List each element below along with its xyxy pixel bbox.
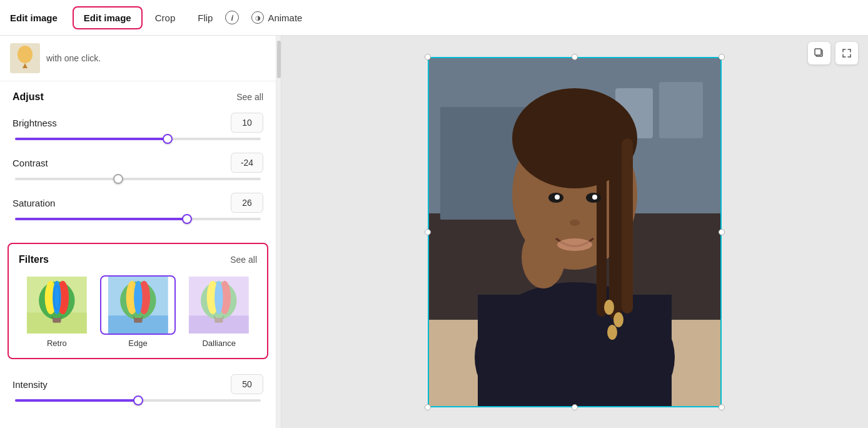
contrast-thumb[interactable] xyxy=(113,174,123,184)
saturation-control: Saturation 26 xyxy=(13,193,263,220)
crop-button[interactable]: Crop xyxy=(145,8,186,28)
canvas-area xyxy=(281,36,868,428)
left-panel: with one click. Adjust See all Brightnes… xyxy=(0,36,281,428)
svg-rect-45 xyxy=(659,82,703,138)
svg-rect-31 xyxy=(815,49,821,55)
saturation-fill xyxy=(15,218,187,220)
handle-mid-top[interactable] xyxy=(572,54,578,60)
duplicate-button[interactable] xyxy=(808,42,830,64)
svg-point-56 xyxy=(607,325,617,340)
svg-rect-52 xyxy=(622,138,633,313)
filters-header: Filters See all xyxy=(19,254,257,265)
svg-point-1 xyxy=(18,46,33,63)
svg-point-60 xyxy=(555,195,560,200)
contrast-slider[interactable] xyxy=(15,178,261,180)
adjust-section: Adjust See all Brightness 10 xyxy=(0,81,276,243)
svg-rect-27 xyxy=(214,318,223,323)
svg-point-61 xyxy=(592,195,597,200)
image-thumbnail xyxy=(10,43,40,73)
contrast-fill xyxy=(15,178,118,180)
saturation-label: Saturation xyxy=(13,198,55,208)
filter-edge-label: Edge xyxy=(128,339,147,348)
filter-retro-thumb xyxy=(19,275,95,335)
intensity-fill xyxy=(15,399,138,402)
handle-bottom-left[interactable] xyxy=(425,404,431,410)
handle-mid-left[interactable] xyxy=(425,229,431,235)
animate-button[interactable]: ◑ Animate xyxy=(241,6,312,29)
filter-retro-label: Retro xyxy=(47,339,67,348)
brightness-thumb[interactable] xyxy=(163,134,173,144)
svg-point-54 xyxy=(604,300,614,315)
svg-rect-9 xyxy=(53,318,61,323)
brightness-label: Brightness xyxy=(13,118,57,128)
handle-bottom-right[interactable] xyxy=(719,404,725,410)
handle-top-right[interactable] xyxy=(719,54,725,60)
intensity-slider[interactable] xyxy=(15,399,261,402)
contrast-label: Contrast xyxy=(13,158,48,168)
filter-retro[interactable]: Retro xyxy=(19,275,95,348)
svg-point-26 xyxy=(214,281,223,315)
filter-dalliance-label: Dalliance xyxy=(202,339,235,348)
top-bar: Edit image Edit image Crop Flip i ◑ Anim… xyxy=(0,0,868,36)
main-layout: with one click. Adjust See all Brightnes… xyxy=(0,36,868,428)
intensity-label: Intensity xyxy=(13,379,48,390)
person-photo xyxy=(428,57,722,407)
flip-button[interactable]: Flip xyxy=(188,8,223,28)
saturation-slider[interactable] xyxy=(15,218,261,220)
brightness-value[interactable]: 10 xyxy=(231,113,263,133)
expand-icon xyxy=(841,48,852,59)
brightness-slider[interactable] xyxy=(15,138,261,140)
filter-retro-image xyxy=(20,277,94,334)
filter-edge-image xyxy=(101,277,175,334)
svg-point-17 xyxy=(134,281,142,315)
svg-point-55 xyxy=(613,312,623,327)
panel-title: Edit image xyxy=(10,13,58,23)
panel-scroll[interactable]: with one click. Adjust See all Brightnes… xyxy=(0,36,276,428)
svg-rect-53 xyxy=(597,135,607,317)
contrast-value[interactable]: -24 xyxy=(231,153,263,173)
svg-point-62 xyxy=(570,220,580,226)
adjust-title: Adjust xyxy=(13,91,44,103)
filter-dalliance[interactable]: Dalliance xyxy=(181,275,257,348)
filter-dalliance-image xyxy=(182,277,256,334)
saturation-thumb[interactable] xyxy=(182,214,192,224)
svg-rect-48 xyxy=(478,295,672,407)
svg-rect-18 xyxy=(134,318,142,323)
brightness-control: Brightness 10 xyxy=(13,113,263,140)
intensity-thumb[interactable] xyxy=(133,395,143,405)
panel-scrollbar[interactable] xyxy=(276,36,281,428)
thumbnail-image xyxy=(10,43,40,73)
top-section: with one click. xyxy=(0,36,276,81)
adjust-header: Adjust See all xyxy=(13,91,263,103)
contrast-control: Contrast -24 xyxy=(13,153,263,180)
filters-title: Filters xyxy=(19,254,49,265)
filter-dalliance-thumb xyxy=(181,275,257,335)
handle-mid-right[interactable] xyxy=(719,229,725,235)
filter-edge-thumb xyxy=(100,275,176,335)
adjust-see-all-button[interactable]: See all xyxy=(236,92,263,102)
top-section-text: with one click. xyxy=(46,53,101,63)
handle-mid-bottom[interactable] xyxy=(572,404,578,410)
duplicate-icon xyxy=(814,48,825,59)
animate-icon: ◑ xyxy=(251,11,264,24)
scrollbar-thumb[interactable] xyxy=(277,41,281,78)
svg-point-57 xyxy=(522,226,565,288)
saturation-value[interactable]: 26 xyxy=(231,193,263,213)
svg-rect-51 xyxy=(609,132,622,320)
edit-image-button[interactable]: Edit image xyxy=(73,6,143,29)
filters-see-all-button[interactable]: See all xyxy=(230,255,257,265)
canvas-controls xyxy=(808,42,858,64)
filters-section: Filters See all xyxy=(8,243,268,359)
canvas-image xyxy=(428,57,722,407)
expand-button[interactable] xyxy=(835,42,858,64)
brightness-fill xyxy=(15,138,168,140)
filters-grid: Retro xyxy=(19,275,257,348)
handle-top-left[interactable] xyxy=(425,54,431,60)
image-container[interactable] xyxy=(428,57,722,407)
intensity-section: Intensity 50 xyxy=(0,364,276,414)
info-icon[interactable]: i xyxy=(225,11,239,24)
svg-point-63 xyxy=(557,238,592,251)
filter-edge[interactable]: Edge xyxy=(100,275,176,348)
intensity-value[interactable]: 50 xyxy=(231,374,263,394)
